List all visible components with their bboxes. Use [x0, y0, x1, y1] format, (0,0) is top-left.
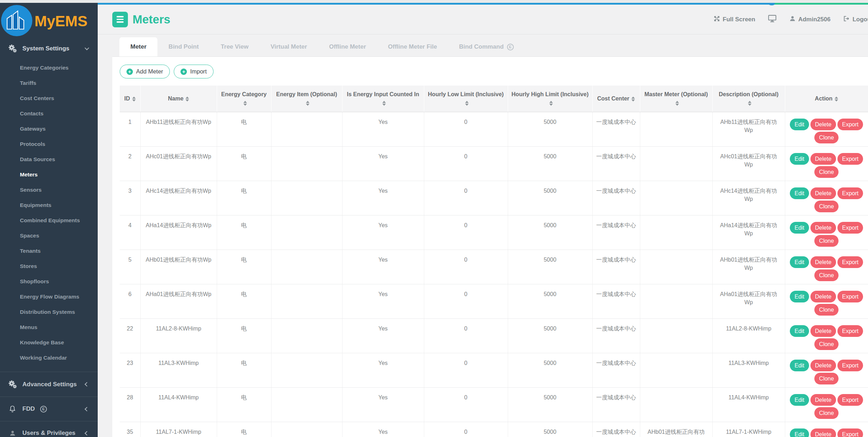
edit-button[interactable]: Edit: [790, 187, 809, 199]
clone-button[interactable]: Clone: [814, 201, 839, 212]
delete-button[interactable]: Delete: [810, 428, 836, 437]
fullscreen-button[interactable]: Full Screen: [713, 15, 755, 24]
tab-bind-command[interactable]: Bind CommandE: [448, 37, 525, 56]
export-button[interactable]: Export: [837, 291, 863, 302]
sidebar-item-shopfloors[interactable]: Shopfloors: [0, 274, 98, 289]
export-button[interactable]: Export: [837, 222, 863, 234]
export-button[interactable]: Export: [837, 394, 863, 406]
delete-button[interactable]: Delete: [810, 256, 836, 268]
delete-button[interactable]: Delete: [810, 187, 836, 199]
sort-icon[interactable]: [185, 97, 189, 102]
export-button[interactable]: Export: [837, 153, 863, 165]
sidebar-item-distribution-systems[interactable]: Distribution Systems: [0, 304, 98, 319]
tab-virtual-meter[interactable]: Virtual Meter: [259, 37, 318, 56]
edit-button[interactable]: Edit: [790, 428, 809, 437]
sidebar-item-tariffs[interactable]: Tariffs: [0, 75, 98, 91]
sidebar-item-protocols[interactable]: Protocols: [0, 136, 98, 152]
export-button[interactable]: Export: [837, 256, 863, 268]
add-meter-button[interactable]: + Add Meter: [120, 65, 170, 78]
column-header-name[interactable]: Name: [140, 86, 217, 112]
delete-button[interactable]: Delete: [810, 394, 836, 406]
logout-button[interactable]: Logout: [843, 15, 868, 24]
column-header-action[interactable]: Action: [785, 86, 868, 112]
monitor-button[interactable]: [768, 15, 776, 24]
edit-button[interactable]: Edit: [790, 222, 809, 234]
tab-offline-meter-file[interactable]: Offline Meter File: [377, 37, 448, 56]
delete-button[interactable]: Delete: [810, 222, 836, 234]
sidebar-item-equipments[interactable]: Equipments: [0, 197, 98, 213]
sort-icon[interactable]: [132, 97, 136, 102]
export-button[interactable]: Export: [837, 187, 863, 199]
export-button[interactable]: Export: [837, 325, 863, 337]
tab-tree-view[interactable]: Tree View: [210, 37, 259, 56]
sort-icon[interactable]: [835, 97, 838, 102]
edit-button[interactable]: Edit: [790, 256, 809, 268]
edit-button[interactable]: Edit: [790, 119, 809, 130]
export-button[interactable]: Export: [837, 428, 863, 437]
user-menu[interactable]: Admin2506: [789, 15, 831, 24]
sort-icon[interactable]: [306, 101, 309, 106]
sort-icon[interactable]: [549, 101, 553, 106]
edit-button[interactable]: Edit: [790, 291, 809, 302]
column-header-energy-category[interactable]: Energy Category: [217, 86, 271, 112]
import-button[interactable]: + Import: [174, 65, 214, 78]
sidebar-item-cost-centers[interactable]: Cost Centers: [0, 91, 98, 106]
sidebar-item-spaces[interactable]: Spaces: [0, 228, 98, 243]
sidebar-item-combined-equipments[interactable]: Combined Equipments: [0, 213, 98, 228]
sidebar-item-energy-categories[interactable]: Energy Categories: [0, 60, 98, 75]
sidebar-item-tenants[interactable]: Tenants: [0, 243, 98, 258]
sidebar-item-sensors[interactable]: Sensors: [0, 182, 98, 197]
clone-button[interactable]: Clone: [814, 304, 839, 316]
column-header-description-optional[interactable]: Description (Optional): [712, 86, 785, 112]
clone-button[interactable]: Clone: [814, 407, 839, 419]
sidebar-item-data-sources[interactable]: Data Sources: [0, 152, 98, 167]
clone-button[interactable]: Clone: [814, 235, 839, 247]
clone-button[interactable]: Clone: [814, 166, 839, 178]
edit-button[interactable]: Edit: [790, 360, 809, 371]
tab-offline-meter[interactable]: Offline Meter: [318, 37, 377, 56]
delete-button[interactable]: Delete: [810, 325, 836, 337]
edit-button[interactable]: Edit: [790, 394, 809, 406]
sort-icon[interactable]: [465, 101, 469, 106]
clone-button[interactable]: Clone: [814, 373, 839, 384]
sidebar-item-stores[interactable]: Stores: [0, 258, 98, 274]
sort-icon[interactable]: [243, 101, 247, 106]
sidebar-section-fdd[interactable]: FDDE: [0, 398, 98, 420]
sidebar-item-meters[interactable]: Meters: [0, 167, 98, 182]
sidebar-item-gateways[interactable]: Gateways: [0, 121, 98, 136]
clone-button[interactable]: Clone: [814, 132, 839, 143]
clone-button[interactable]: Clone: [814, 338, 839, 350]
sidebar-item-menus[interactable]: Menus: [0, 319, 98, 335]
sort-icon[interactable]: [382, 101, 386, 106]
export-button[interactable]: Export: [837, 360, 863, 371]
sort-icon[interactable]: [631, 97, 635, 102]
tab-meter[interactable]: Meter: [119, 37, 157, 56]
sort-icon[interactable]: [675, 101, 679, 106]
delete-button[interactable]: Delete: [810, 291, 836, 302]
delete-button[interactable]: Delete: [810, 119, 836, 130]
sidebar-item-knowledge-base[interactable]: Knowledge Base: [0, 335, 98, 350]
sidebar-item-energy-flow-diagrams[interactable]: Energy Flow Diagrams: [0, 289, 98, 304]
sidebar-item-working-calendar[interactable]: Working Calendar: [0, 350, 98, 365]
sidebar-section-advanced-settings[interactable]: Advanced Settings: [0, 373, 98, 395]
column-header-cost-center[interactable]: Cost Center: [592, 86, 640, 112]
sidebar-section-users-privileges[interactable]: Users & Privileges: [0, 423, 98, 437]
export-button[interactable]: Export: [837, 119, 863, 130]
delete-button[interactable]: Delete: [810, 360, 836, 371]
column-header-hourly-high-limit-inclusive[interactable]: Hourly High Limit (Inclusive): [508, 86, 592, 112]
sidebar-section-system-settings[interactable]: System Settings: [0, 40, 98, 57]
sidebar-toggle-button[interactable]: [112, 12, 128, 27]
column-header-id[interactable]: ID: [120, 86, 140, 112]
edit-button[interactable]: Edit: [790, 325, 809, 337]
edit-button[interactable]: Edit: [790, 153, 809, 165]
column-header-is-energy-input-counted-in[interactable]: Is Energy Input Counted In: [342, 86, 424, 112]
delete-button[interactable]: Delete: [810, 153, 836, 165]
column-header-master-meter-optional[interactable]: Master Meter (Optional): [640, 86, 712, 112]
sort-icon[interactable]: [748, 101, 751, 106]
brand-logo[interactable]: MyEMS: [0, 3, 98, 40]
tab-bind-point[interactable]: Bind Point: [157, 37, 210, 56]
column-header-energy-item-optional[interactable]: Energy Item (Optional): [271, 86, 342, 112]
sidebar-item-contacts[interactable]: Contacts: [0, 106, 98, 121]
clone-button[interactable]: Clone: [814, 269, 839, 281]
column-header-hourly-low-limit-inclusive[interactable]: Hourly Low Limit (Inclusive): [424, 86, 508, 112]
